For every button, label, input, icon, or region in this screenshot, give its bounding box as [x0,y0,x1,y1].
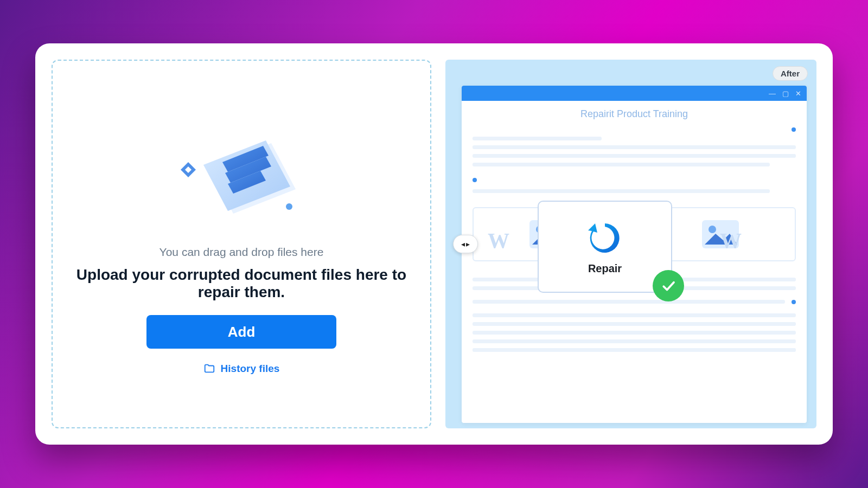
skeleton-line [473,331,796,335]
window-close-icon[interactable]: ✕ [795,89,801,98]
skeleton-line [473,163,770,166]
bullet-dot-icon [792,300,796,304]
chevron-left-icon: ◂ [461,240,465,248]
app-card: You can drag and drop files here Upload … [35,43,833,445]
skeleton-line [473,313,796,317]
skeleton-line [473,300,785,304]
window-minimize-icon[interactable]: — [769,89,776,98]
after-badge: After [773,66,808,81]
upload-drop-zone[interactable]: You can drag and drop files here Upload … [52,60,431,428]
skeleton-line [473,189,770,193]
skeleton-line [473,137,602,140]
chevron-right-icon: ▸ [466,240,470,248]
repair-refresh-icon [586,219,624,257]
window-titlebar: — ▢ ✕ [462,86,807,101]
success-check-badge [653,270,684,301]
document-title: Repairit Product Training [473,108,796,120]
window-maximize-icon[interactable]: ▢ [782,89,789,98]
history-files-label: History files [221,363,280,375]
add-button[interactable]: Add [146,315,336,349]
skeleton-line [473,348,796,352]
folder-icon [203,363,215,375]
upload-headline: Upload your corrupted document files her… [69,266,414,301]
check-icon [660,278,676,294]
skeleton-line [473,154,796,158]
skeleton-line [473,145,796,149]
word-logo-icon: W [720,228,742,253]
svg-point-9 [709,226,716,233]
before-after-slider-handle[interactable]: ◂ ▸ [453,235,478,253]
history-files-link[interactable]: History files [203,363,280,375]
preview-panel: After ◂ ▸ — ▢ ✕ Repairit Product Trainin… [445,60,816,428]
document-stack-illustration [171,113,312,238]
word-logo-icon: W [488,228,509,253]
bullet-dot-icon [792,127,796,132]
svg-point-5 [286,203,292,210]
document-preview-window: — ▢ ✕ Repairit Product Training [462,86,807,423]
document-body: Repairit Product Training [462,101,807,368]
drag-drop-hint: You can drag and drop files here [159,246,324,259]
bullet-dot-icon [473,178,477,182]
gradient-background: You can drag and drop files here Upload … [0,0,868,488]
skeleton-line [473,339,796,343]
repair-result-popup: Repair [538,201,672,293]
skeleton-line [473,322,796,326]
repair-popup-label: Repair [588,262,622,275]
